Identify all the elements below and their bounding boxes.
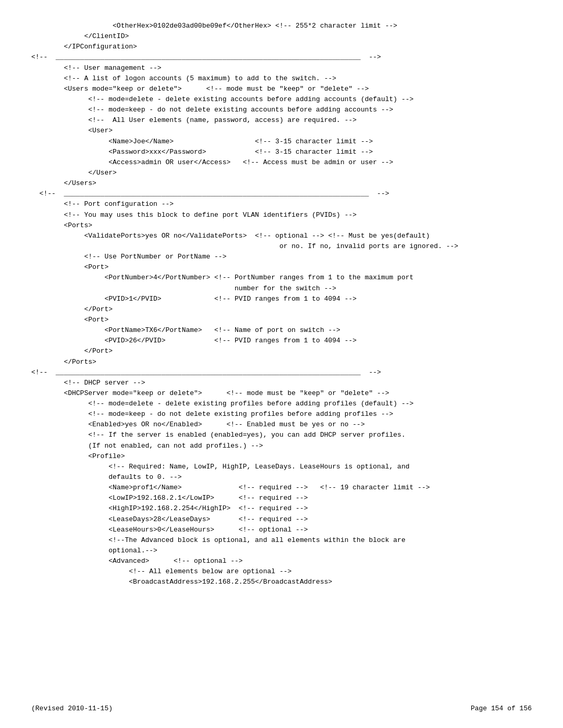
- code-line: </Port>: [31, 346, 532, 356]
- code-line: <Port>: [31, 262, 532, 273]
- page-container: <OtherHex>0102de03ad00be09ef</OtherHex> …: [0, 0, 563, 728]
- code-line: <Name>Joe</Name> <!-- 3-15 character lim…: [31, 137, 532, 147]
- code-line: <Advanced> <!-- optional -->: [31, 556, 532, 566]
- code-line: <LowIP>192.168.2.1</LowIP> <!-- required…: [31, 493, 532, 503]
- code-line: <Name>prof1</Name> <!-- required --> <!-…: [31, 483, 532, 493]
- code-line: <Users mode="keep or delete"> <!-- mode …: [31, 84, 532, 94]
- code-line: <BroadcastAddress>192.168.2.255</Broadca…: [31, 577, 532, 587]
- code-line: <!-- Use PortNumber or PortName -->: [31, 252, 532, 262]
- code-line: <Access>admin OR user</Access> <!-- Acce…: [31, 157, 532, 168]
- code-line: <!-- ___________________________________…: [31, 367, 532, 378]
- code-line: </Users>: [31, 178, 532, 189]
- code-line: <PortNumber>4</PortNumber> <!-- PortNumb…: [31, 273, 532, 283]
- code-line: </IPConfiguration>: [31, 42, 532, 52]
- code-line: </ClientID>: [31, 31, 532, 42]
- code-line: <Enabled>yes OR no</Enabled> <!-- Enable…: [31, 419, 532, 430]
- code-line: <!-- ___________________________________…: [31, 189, 532, 199]
- code-line: <!-- A list of logon accounts (5 maximum…: [31, 73, 532, 84]
- code-line: defaults to 0. -->: [31, 472, 532, 483]
- code-line: <!-- ___________________________________…: [31, 52, 532, 63]
- code-line: <OtherHex>0102de03ad00be09ef</OtherHex> …: [31, 21, 532, 31]
- code-line: <Password>xxx</Password> <!-- 3-15 chara…: [31, 147, 532, 157]
- footer-revised: (Revised 2010-11-15): [31, 705, 113, 712]
- code-line: or no. If no, invalid ports are ignored.…: [31, 241, 532, 252]
- code-line: <PVID>26</PVID> <!-- PVID ranges from 1 …: [31, 336, 532, 346]
- code-line: <LeaseHours>0</LeaseHours> <!-- optional…: [31, 525, 532, 535]
- code-line: number for the switch -->: [31, 283, 532, 294]
- code-line: (If not enabled, can not add profiles.) …: [31, 441, 532, 451]
- code-line: <!-- User management -->: [31, 63, 532, 73]
- code-line: <User>: [31, 126, 532, 136]
- footer-page-number: Page 154 of 156: [471, 705, 532, 712]
- code-line: </User>: [31, 168, 532, 178]
- code-line: <ValidatePorts>yes OR no</ValidatePorts>…: [31, 231, 532, 241]
- code-line: <!-- If the server is enabled (enabled=y…: [31, 430, 532, 440]
- code-line: <!-- All User elements (name, password, …: [31, 115, 532, 126]
- code-line: </Ports>: [31, 357, 532, 367]
- page-footer: (Revised 2010-11-15) Page 154 of 156: [31, 705, 532, 712]
- code-line: <!-- Port configuration -->: [31, 199, 532, 209]
- code-line: <!-- All elements below are optional -->: [31, 566, 532, 577]
- code-line: <Ports>: [31, 220, 532, 231]
- code-line: <Profile>: [31, 451, 532, 462]
- code-line: <!-- DHCP server -->: [31, 378, 532, 388]
- code-line: optional.-->: [31, 546, 532, 556]
- code-line: <!-- mode=delete - delete existing accou…: [31, 94, 532, 105]
- code-line: <PortName>TX6</PortName> <!-- Name of po…: [31, 325, 532, 336]
- code-line: <!--The Advanced block is optional, and …: [31, 535, 532, 546]
- code-line: <LeaseDays>28</LeaseDays> <!-- required …: [31, 514, 532, 525]
- code-content: <OtherHex>0102de03ad00be09ef</OtherHex> …: [31, 21, 532, 588]
- code-line: <!-- You may uses this block to define p…: [31, 210, 532, 220]
- code-line: <!-- mode=keep - do not delete existing …: [31, 105, 532, 115]
- code-line: <PVID>1</PVID> <!-- PVID ranges from 1 t…: [31, 294, 532, 304]
- code-line: <!-- mode=keep - do not delete existing …: [31, 409, 532, 419]
- code-line: <DHCPServer mode="keep or delete"> <!-- …: [31, 388, 532, 399]
- code-line: <!-- mode=delete - delete existing profi…: [31, 399, 532, 409]
- code-line: <Port>: [31, 315, 532, 325]
- code-line: <!-- Required: Name, LowIP, HighIP, Leas…: [31, 462, 532, 472]
- code-line: <HighIP>192.168.2.254</HighIP> <!-- requ…: [31, 503, 532, 514]
- code-line: </Port>: [31, 304, 532, 315]
